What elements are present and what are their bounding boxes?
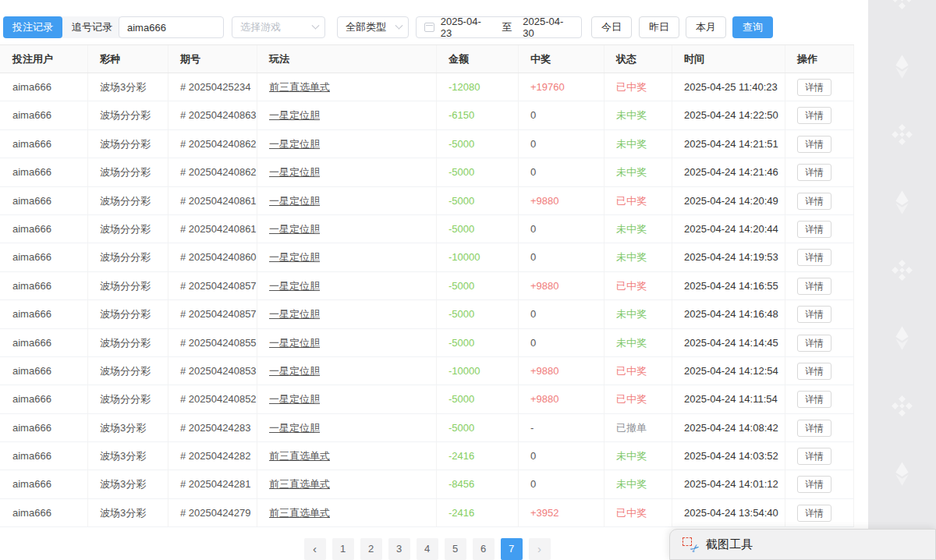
yesterday-button[interactable]: 昨日 [639,16,679,38]
cell-lottery: 波场分分彩 [88,272,168,299]
betting-records-page: 投注记录追号记录 选择游戏 全部类型 2025-04-23 至 2025-04-… [0,0,936,560]
prev-page-button[interactable]: ‹ [304,538,326,560]
detail-button[interactable]: 详情 [797,164,831,181]
play-link[interactable]: 前三直选单式 [269,450,330,462]
play-link[interactable]: 前三直选单式 [269,478,330,490]
detail-button[interactable]: 详情 [797,136,831,153]
detail-button[interactable]: 详情 [797,221,831,238]
detail-button[interactable]: 详情 [797,363,831,380]
cell-issue: # 202504240853 [168,357,257,385]
month-button[interactable]: 本月 [686,16,726,38]
cell-lottery: 波场3分彩 [88,414,168,441]
cell-time: 2025-04-24 14:16:48 [672,300,785,328]
detail-button[interactable]: 详情 [797,476,831,493]
tab-chase-records[interactable]: 追号记录 [62,16,122,38]
cell-action: 详情 [785,187,854,214]
cell-win: 0 [519,215,604,243]
play-link[interactable]: 一星定位胆 [269,109,320,121]
play-link[interactable]: 一星定位胆 [269,195,320,207]
date-range-picker[interactable]: 2025-04-23 至 2025-04-30 [416,16,582,38]
cell-status: 未中奖 [604,158,672,186]
game-select[interactable]: 选择游戏 [232,16,325,38]
cell-win: 0 [519,130,604,158]
detail-button[interactable]: 详情 [797,306,831,323]
cell-win: +3952 [519,499,604,526]
cell-amount: -5000 [437,158,519,186]
detail-button[interactable]: 详情 [797,79,831,96]
page-button-3[interactable]: 3 [388,538,410,560]
calendar-icon [424,23,434,32]
detail-button[interactable]: 详情 [797,249,831,266]
cell-status: 已中奖 [604,357,672,385]
cell-lottery: 波场分分彩 [88,101,168,129]
page-button-4[interactable]: 4 [417,538,438,560]
cell-lottery: 波场3分彩 [88,73,168,101]
page-button-6[interactable]: 6 [473,538,495,560]
play-link[interactable]: 一星定位胆 [269,393,320,405]
cell-action: 详情 [785,158,854,186]
cell-play: 一星定位胆 [257,385,437,413]
cell-time: 2025-04-25 11:40:23 [672,73,785,101]
cell-time: 2025-04-24 14:19:53 [672,243,785,271]
cell-status: 已中奖 [604,499,672,526]
next-page-button[interactable]: › [529,538,551,560]
cell-lottery: 波场分分彩 [88,158,168,186]
play-link[interactable]: 一星定位胆 [269,138,320,150]
page-button-7[interactable]: 7 [501,538,523,560]
play-link[interactable]: 一星定位胆 [269,422,320,434]
cell-issue: # 202504240862 [168,130,257,158]
play-link[interactable]: 一星定位胆 [269,337,320,349]
detail-button[interactable]: 详情 [797,448,831,465]
cell-action: 详情 [785,215,854,243]
cell-status: 未中奖 [604,215,672,243]
cell-status: 未中奖 [604,101,672,129]
cell-status: 未中奖 [604,470,672,498]
table-row: aima666波场分分彩# 202504240861一星定位胆-50000未中奖… [0,215,854,243]
detail-button[interactable]: 详情 [797,278,831,295]
username-input[interactable] [119,16,224,38]
today-button[interactable]: 今日 [591,16,632,38]
cell-amount: -5000 [437,329,519,356]
cell-play: 一星定位胆 [257,158,437,186]
page-button-2[interactable]: 2 [360,538,382,560]
binance-watermark-icon [888,257,916,284]
cell-time: 2025-04-24 14:12:54 [672,357,785,385]
page-button-1[interactable]: 1 [332,538,354,560]
detail-button[interactable]: 详情 [797,193,831,210]
play-link[interactable]: 一星定位胆 [269,251,320,263]
detail-button[interactable]: 详情 [797,391,831,408]
search-button[interactable]: 查询 [732,16,773,38]
detail-button[interactable]: 详情 [797,107,831,124]
cell-action: 详情 [785,414,854,441]
table-row: aima666波场分分彩# 202504240862一星定位胆-50000未中奖… [0,130,854,158]
play-link[interactable]: 前三直选单式 [269,81,330,93]
cell-user: aima666 [0,499,88,526]
play-link[interactable]: 一星定位胆 [269,365,320,377]
detail-button[interactable]: 详情 [797,335,831,352]
play-link[interactable]: 一星定位胆 [269,308,320,320]
tab-bet-records[interactable]: 投注记录 [3,16,62,38]
play-link[interactable]: 一星定位胆 [269,223,320,235]
cell-play: 前三直选单式 [257,499,437,526]
play-link[interactable]: 前三直选单式 [269,507,330,519]
table-row: aima666波场分分彩# 202504240852一星定位胆-5000+988… [0,385,854,413]
cell-action: 详情 [785,243,854,271]
cell-action: 详情 [785,470,854,498]
play-link[interactable]: 一星定位胆 [269,280,320,292]
detail-button[interactable]: 详情 [797,420,831,437]
binance-watermark-icon [888,392,916,420]
cell-issue: # 20250424281 [168,470,257,498]
cell-amount: -10000 [437,357,519,385]
table-row: aima666波场3分彩# 20250424281前三直选单式-84560未中奖… [0,470,854,498]
cell-user: aima666 [0,272,88,299]
play-link[interactable]: 一星定位胆 [269,166,320,178]
cell-win: 0 [519,329,604,356]
page-button-5[interactable]: 5 [445,538,466,560]
cell-issue: # 20250424282 [168,442,257,470]
cell-amount: -5000 [437,300,519,328]
screenshot-tool-popup[interactable]: ✂ 截图工具 [669,529,936,560]
detail-button[interactable]: 详情 [797,505,831,522]
cell-issue: # 202504240855 [168,329,257,356]
type-select[interactable]: 全部类型 [337,16,409,38]
cell-play: 一星定位胆 [257,300,437,328]
